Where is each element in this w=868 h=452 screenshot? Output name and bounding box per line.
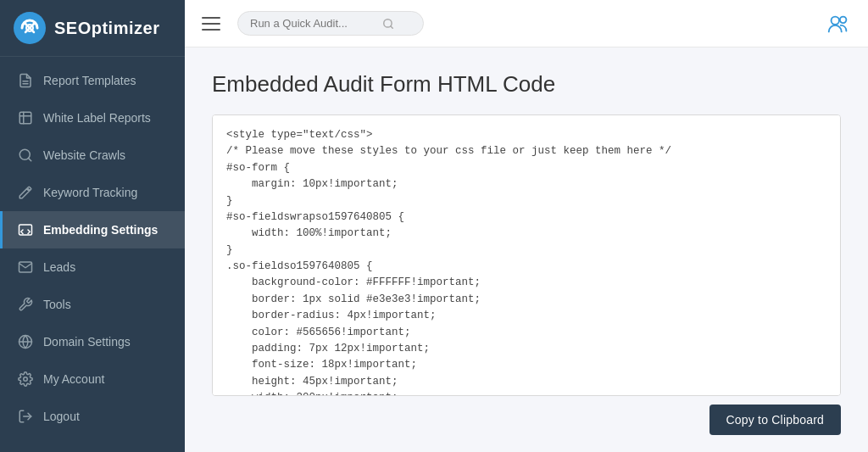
svg-point-10 bbox=[24, 377, 28, 382]
logo-icon bbox=[14, 12, 46, 44]
hamburger-line-1 bbox=[202, 17, 220, 19]
content-area: Embedded Audit Form HTML Code Copy to Cl… bbox=[185, 47, 868, 452]
sidebar-item-domain-settings[interactable]: Domain Settings bbox=[0, 323, 185, 360]
embed-icon bbox=[18, 222, 33, 237]
sidebar-item-keyword-tracking[interactable]: Keyword Tracking bbox=[0, 174, 185, 211]
logout-icon bbox=[18, 409, 33, 424]
svg-line-13 bbox=[391, 25, 393, 28]
sidebar-item-embedding-settings[interactable]: Embedding Settings bbox=[0, 211, 185, 248]
gear-icon bbox=[18, 371, 33, 387]
topbar bbox=[185, 0, 868, 47]
search-icon bbox=[382, 18, 394, 30]
sidebar-item-logout[interactable]: Logout bbox=[0, 398, 185, 435]
sidebar-item-my-account[interactable]: My Account bbox=[0, 360, 185, 398]
file-icon bbox=[18, 73, 33, 88]
hamburger-line-3 bbox=[202, 29, 220, 31]
svg-line-6 bbox=[28, 158, 31, 160]
sidebar-item-tools[interactable]: Tools bbox=[0, 286, 185, 323]
copy-to-clipboard-button[interactable]: Copy to Clipboard bbox=[709, 405, 841, 435]
bottom-bar: Copy to Clipboard bbox=[212, 396, 841, 435]
topbar-right bbox=[826, 11, 851, 36]
main-content: Embedded Audit Form HTML Code Copy to Cl… bbox=[185, 0, 868, 452]
wrench-icon bbox=[18, 297, 33, 312]
sidebar-item-report-templates[interactable]: Report Templates bbox=[0, 62, 185, 99]
logo-container: SEOptimizer bbox=[0, 0, 185, 57]
globe-icon bbox=[18, 334, 33, 349]
svg-rect-4 bbox=[19, 112, 31, 124]
search-circle-icon bbox=[18, 148, 33, 163]
hamburger-line-2 bbox=[202, 23, 220, 25]
sidebar: SEOptimizer Report Templates White Label… bbox=[0, 0, 185, 452]
logo-text: SEOptimizer bbox=[54, 19, 159, 38]
tag-icon bbox=[18, 110, 33, 126]
code-container bbox=[212, 114, 841, 396]
svg-point-14 bbox=[832, 16, 839, 24]
sidebar-nav: Report Templates White Label Reports Web… bbox=[0, 57, 185, 452]
code-textarea[interactable] bbox=[213, 115, 840, 395]
hamburger-button[interactable] bbox=[202, 14, 227, 34]
search-bar bbox=[237, 11, 424, 36]
pencil-icon bbox=[18, 185, 33, 200]
sidebar-item-leads[interactable]: Leads bbox=[0, 248, 185, 286]
page-title: Embedded Audit Form HTML Code bbox=[212, 71, 841, 98]
envelope-icon bbox=[18, 259, 33, 275]
user-icon-button[interactable] bbox=[826, 11, 851, 36]
svg-point-15 bbox=[840, 16, 847, 23]
search-input[interactable] bbox=[250, 17, 377, 30]
svg-rect-7 bbox=[19, 225, 32, 235]
sidebar-item-website-crawls[interactable]: Website Crawls bbox=[0, 137, 185, 174]
user-group-icon bbox=[826, 11, 851, 36]
sidebar-item-white-label-reports[interactable]: White Label Reports bbox=[0, 99, 185, 137]
